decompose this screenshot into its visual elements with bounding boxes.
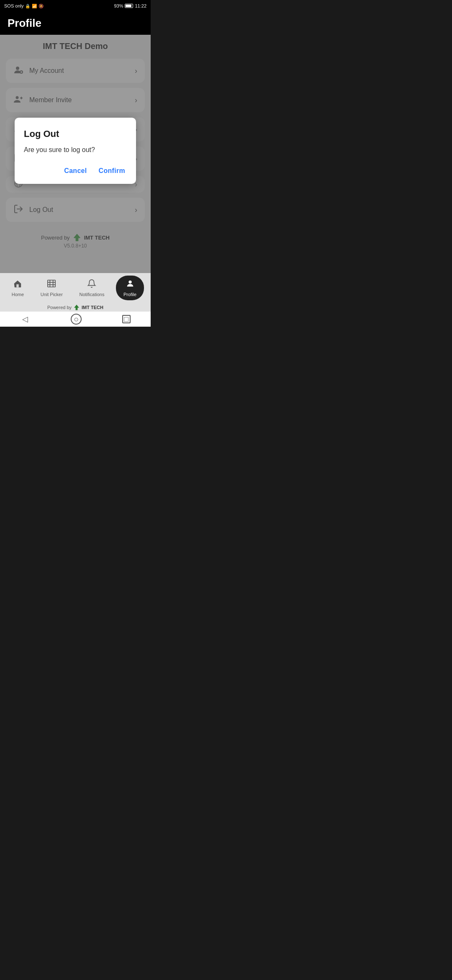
status-bar: SOS only 🔒 📶 🔕 93% 11:22 (0, 0, 151, 12)
nav-profile-label: Profile (123, 292, 136, 297)
home-icon (13, 279, 22, 291)
bottom-powered: Powered by IMT TECH (0, 302, 151, 312)
main-area: IMT TECH Demo My Account › (0, 35, 151, 312)
status-left: SOS only 🔒 📶 🔕 (4, 3, 44, 8)
bottom-powered-text: Powered by (47, 305, 72, 310)
bottom-brand-name: IMT TECH (82, 305, 103, 310)
nav-home-label: Home (12, 292, 24, 297)
nav-item-profile[interactable]: Profile (116, 276, 144, 300)
nav-unit-picker-label: Unit Picker (41, 292, 63, 297)
clock: 11:22 (135, 3, 146, 8)
dialog-message: Are you sure to log out? (24, 145, 127, 154)
battery-percent: 93% (114, 3, 123, 8)
lock-icon: 🔒 (25, 4, 30, 8)
nav-item-unit-picker[interactable]: Unit Picker (36, 276, 68, 299)
profile-icon (126, 279, 135, 291)
nav-item-home[interactable]: Home (7, 276, 29, 299)
status-right: 93% 11:22 (114, 3, 146, 8)
page-header: Profile (0, 12, 151, 35)
logout-dialog: Log Out Are you sure to log out? Cancel … (15, 117, 136, 183)
sos-only-text: SOS only (4, 3, 23, 8)
bottom-nav: Home Unit Picker (0, 273, 151, 302)
bottom-imt-logo-icon (73, 304, 80, 311)
recent-button[interactable]: □ (122, 315, 131, 323)
battery-icon (125, 4, 133, 8)
system-nav: ◁ ○ □ (0, 312, 151, 327)
confirm-button[interactable]: Confirm (97, 165, 127, 177)
unit-picker-icon (47, 279, 56, 291)
dialog-title: Log Out (24, 128, 127, 139)
notifications-icon (87, 279, 96, 291)
svg-point-21 (128, 280, 131, 283)
bottom-nav-wrapper: Home Unit Picker (0, 273, 151, 312)
home-button[interactable]: ○ (71, 314, 82, 325)
svg-marker-22 (74, 305, 79, 310)
mute-icon: 🔕 (39, 4, 44, 8)
svg-rect-16 (48, 280, 55, 287)
scroll-inner: IMT TECH Demo My Account › (0, 35, 151, 273)
nav-notifications-label: Notifications (79, 292, 104, 297)
cancel-button[interactable]: Cancel (62, 165, 88, 177)
dialog-buttons: Cancel Confirm (24, 165, 127, 177)
nav-item-notifications[interactable]: Notifications (74, 276, 109, 299)
wifi-icon: 📶 (32, 4, 37, 8)
back-button[interactable]: ◁ (20, 314, 30, 324)
page-title: Profile (8, 17, 41, 30)
